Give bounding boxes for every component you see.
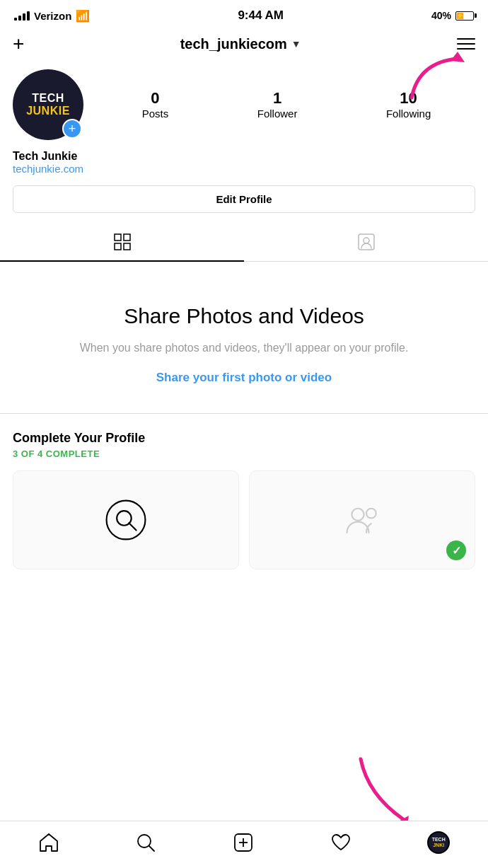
svg-rect-1 bbox=[115, 234, 121, 241]
avatar-add-button[interactable]: + bbox=[62, 119, 82, 139]
svg-point-13 bbox=[138, 835, 151, 847]
carrier-label: Verizon bbox=[34, 10, 71, 22]
new-post-button[interactable]: + bbox=[13, 33, 24, 55]
home-icon bbox=[38, 832, 59, 853]
logo-tech: TECH bbox=[26, 92, 70, 105]
svg-rect-2 bbox=[124, 234, 130, 241]
posts-stat[interactable]: 0 Posts bbox=[142, 89, 169, 120]
hamburger-menu-button[interactable] bbox=[457, 38, 475, 50]
empty-state-body: When you share photos and videos, they'l… bbox=[21, 340, 467, 357]
following-stat[interactable]: 10 Following bbox=[386, 89, 431, 120]
status-time: 9:44 AM bbox=[238, 8, 284, 23]
wifi-icon: 📶 bbox=[76, 9, 90, 23]
svg-line-14 bbox=[149, 846, 154, 851]
svg-rect-3 bbox=[115, 243, 121, 250]
profile-section: TECH JUNKIE + 0 Posts 1 Follower 10 bbox=[0, 62, 488, 213]
avatar-wrapper: TECH JUNKIE + bbox=[13, 69, 83, 140]
search-circle-icon bbox=[105, 499, 147, 541]
nav-search-button[interactable] bbox=[128, 829, 163, 856]
svg-rect-5 bbox=[359, 234, 374, 250]
followers-count: 1 bbox=[257, 89, 298, 108]
add-square-icon bbox=[233, 832, 254, 853]
empty-state-title: Share Photos and Videos bbox=[21, 304, 467, 328]
logo-junkie: JUNKIE bbox=[26, 105, 70, 117]
username-label: tech_junkiecom bbox=[180, 36, 287, 52]
complete-cards-row bbox=[13, 470, 475, 569]
header-nav: + tech_junkiecom ▼ bbox=[0, 28, 488, 62]
status-bar: Verizon 📶 9:44 AM 40% ⚡ bbox=[0, 0, 488, 28]
svg-point-11 bbox=[366, 509, 376, 519]
empty-state: Share Photos and Videos When you share p… bbox=[0, 262, 488, 413]
complete-profile-section: Complete Your Profile 3 OF 4 COMPLETE bbox=[0, 413, 488, 584]
find-friends-card[interactable] bbox=[249, 470, 475, 569]
search-icon bbox=[135, 832, 156, 853]
svg-point-10 bbox=[352, 509, 364, 521]
nav-home-button[interactable] bbox=[31, 829, 66, 856]
nav-profile-button[interactable]: TECH JNKI bbox=[420, 828, 457, 857]
profile-tabs bbox=[0, 223, 488, 262]
complete-profile-title: Complete Your Profile bbox=[13, 431, 475, 446]
nav-profile-avatar: TECH JNKI bbox=[427, 831, 450, 854]
svg-point-7 bbox=[107, 501, 146, 540]
heart-icon bbox=[330, 832, 352, 853]
people-icon bbox=[341, 499, 383, 541]
nav-new-post-button[interactable] bbox=[226, 829, 261, 856]
discover-card[interactable] bbox=[13, 470, 239, 569]
profile-top: TECH JUNKIE + 0 Posts 1 Follower 10 bbox=[13, 69, 475, 140]
complete-profile-progress: 3 OF 4 COMPLETE bbox=[13, 449, 475, 459]
status-right: 40% ⚡ bbox=[431, 10, 474, 21]
share-first-photo-link[interactable]: Share your first photo or video bbox=[156, 371, 332, 384]
nav-activity-button[interactable] bbox=[323, 829, 359, 856]
person-tag-icon bbox=[357, 233, 376, 251]
nav-logo: TECH JNKI bbox=[432, 837, 446, 847]
grid-tab[interactable] bbox=[0, 223, 244, 261]
grid-icon bbox=[113, 233, 132, 251]
followers-stat[interactable]: 1 Follower bbox=[257, 89, 298, 120]
status-left: Verizon 📶 bbox=[14, 9, 90, 23]
battery-icon: ⚡ bbox=[455, 11, 474, 21]
posts-label: Posts bbox=[142, 108, 169, 120]
avatar-logo: TECH JUNKIE bbox=[26, 92, 70, 117]
svg-point-6 bbox=[364, 238, 369, 243]
followers-label: Follower bbox=[257, 108, 298, 120]
profile-website-link[interactable]: techjunkie.com bbox=[13, 163, 83, 175]
following-count: 10 bbox=[386, 89, 431, 108]
username-selector[interactable]: tech_junkiecom ▼ bbox=[180, 36, 301, 52]
tagged-tab[interactable] bbox=[244, 223, 488, 261]
profile-display-name: Tech Junkie bbox=[13, 150, 475, 163]
battery-percent: 40% bbox=[431, 10, 451, 21]
stats-row: 0 Posts 1 Follower 10 Following bbox=[98, 89, 475, 120]
svg-rect-4 bbox=[124, 243, 130, 250]
svg-line-9 bbox=[129, 523, 136, 530]
edit-profile-button[interactable]: Edit Profile bbox=[13, 185, 475, 213]
following-label: Following bbox=[386, 108, 431, 120]
bottom-nav: TECH JNKI bbox=[0, 821, 488, 868]
completed-check-badge bbox=[446, 540, 466, 560]
chevron-down-icon: ▼ bbox=[291, 38, 301, 50]
signal-icon bbox=[14, 11, 30, 21]
posts-count: 0 bbox=[142, 89, 169, 108]
